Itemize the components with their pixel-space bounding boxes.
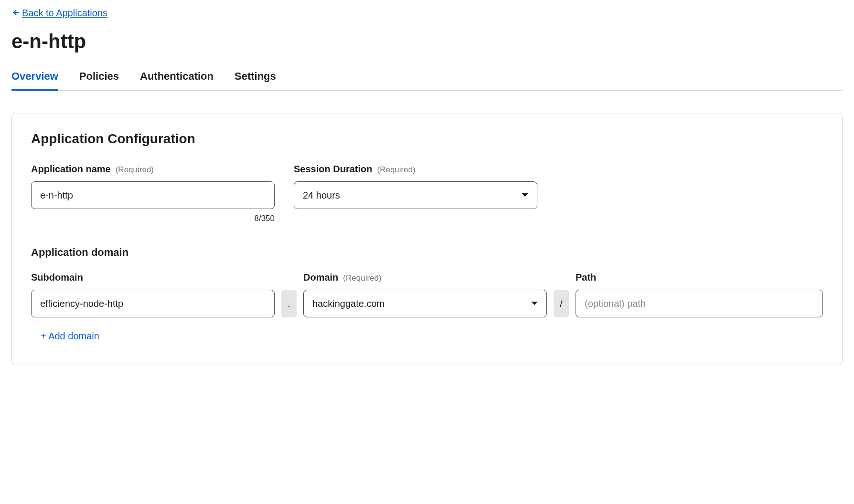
tab-settings[interactable]: Settings bbox=[235, 70, 276, 91]
application-name-counter: 8/350 bbox=[31, 214, 275, 223]
dot-separator: . bbox=[281, 290, 297, 317]
section-title: Application Configuration bbox=[31, 131, 823, 147]
required-text: (Required) bbox=[116, 165, 154, 175]
page-title: e-n-http bbox=[11, 30, 843, 53]
arrow-left-icon bbox=[11, 8, 19, 19]
tab-overview[interactable]: Overview bbox=[11, 70, 58, 91]
session-duration-field: Session Duration (Required) 24 hours bbox=[294, 164, 537, 223]
tabs: Overview Policies Authentication Setting… bbox=[11, 70, 843, 91]
session-duration-label: Session Duration bbox=[294, 164, 372, 175]
subdomain-field: Subdomain bbox=[31, 272, 275, 317]
application-domain-heading: Application domain bbox=[31, 246, 823, 259]
domain-select[interactable]: hackinggate.com bbox=[303, 290, 547, 317]
subdomain-input[interactable] bbox=[31, 290, 275, 317]
application-name-input[interactable] bbox=[31, 181, 275, 209]
application-name-label: Application name bbox=[31, 164, 111, 175]
add-domain-button[interactable]: + Add domain bbox=[31, 331, 823, 342]
session-duration-select[interactable]: 24 hours bbox=[294, 181, 537, 209]
domain-row: Subdomain . Domain (Required) hackinggat… bbox=[31, 272, 823, 317]
required-text: (Required) bbox=[343, 273, 381, 283]
path-label: Path bbox=[576, 272, 596, 283]
config-card: Application Configuration Application na… bbox=[11, 114, 843, 365]
back-link-label: Back to Applications bbox=[22, 8, 107, 19]
slash-separator: / bbox=[554, 290, 569, 317]
domain-field: Domain (Required) hackinggate.com bbox=[303, 272, 547, 317]
path-field: Path bbox=[576, 272, 823, 317]
subdomain-label: Subdomain bbox=[31, 272, 83, 283]
tab-authentication[interactable]: Authentication bbox=[140, 70, 214, 91]
back-to-applications-link[interactable]: Back to Applications bbox=[11, 8, 107, 19]
required-text: (Required) bbox=[377, 165, 415, 175]
application-name-field: Application name (Required) 8/350 bbox=[31, 164, 275, 223]
domain-label: Domain bbox=[303, 272, 338, 283]
path-input[interactable] bbox=[576, 290, 823, 317]
tab-policies[interactable]: Policies bbox=[79, 70, 119, 91]
